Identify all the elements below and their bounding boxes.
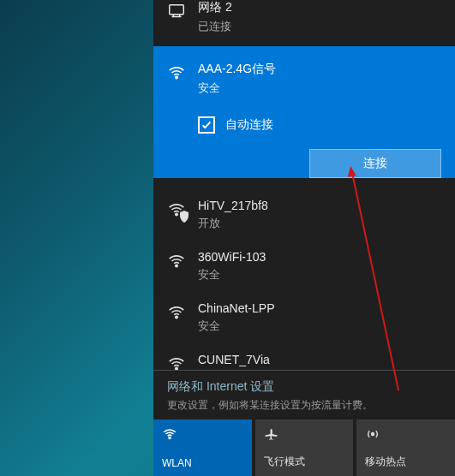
network-settings-link[interactable]: 网络和 Internet 设置 bbox=[167, 379, 441, 395]
tile-airplane[interactable]: 飞行模式 bbox=[255, 419, 354, 476]
wifi-shield-icon bbox=[167, 200, 186, 219]
ethernet-text: 网络 2 已连接 bbox=[198, 0, 232, 34]
wifi-item[interactable]: 360WiFi-103 安全 bbox=[153, 241, 455, 293]
wifi-item[interactable]: HiTV_217bf8 开放 bbox=[153, 190, 455, 241]
wifi-icon bbox=[167, 354, 186, 370]
tile-label: 飞行模式 bbox=[264, 455, 345, 469]
svg-rect-0 bbox=[170, 5, 184, 15]
wifi-security: 开放 bbox=[198, 216, 268, 231]
svg-point-4 bbox=[176, 316, 177, 318]
quick-tiles: WLAN 飞行模式 移动热点 bbox=[153, 419, 455, 476]
wifi-icon bbox=[167, 303, 186, 322]
selected-wifi-name: AAA-2.4G信号 bbox=[198, 62, 276, 77]
wifi-name: 360WiFi-103 bbox=[198, 250, 266, 264]
tile-wlan[interactable]: WLAN bbox=[153, 419, 252, 476]
ethernet-status: 已连接 bbox=[198, 19, 232, 34]
hotspot-icon bbox=[365, 426, 380, 442]
tile-label: WLAN bbox=[162, 457, 243, 469]
settings-subtitle: 更改设置，例如将某连接设置为按流量计费。 bbox=[167, 398, 441, 413]
connect-button-label: 连接 bbox=[363, 156, 387, 171]
settings-block: 网络和 Internet 设置 更改设置，例如将某连接设置为按流量计费。 bbox=[153, 370, 455, 419]
tile-label: 移动热点 bbox=[365, 455, 446, 469]
airplane-icon bbox=[264, 426, 279, 442]
selected-wifi-text: AAA-2.4G信号 安全 bbox=[198, 62, 276, 96]
svg-point-2 bbox=[176, 213, 177, 215]
wifi-item[interactable]: CUNET_7Via bbox=[153, 344, 455, 370]
svg-point-6 bbox=[169, 437, 171, 438]
svg-point-7 bbox=[372, 433, 374, 436]
wifi-name: ChinaNet-LPP bbox=[198, 301, 275, 315]
tile-hotspot[interactable]: 移动热点 bbox=[356, 419, 455, 476]
selected-wifi-security: 安全 bbox=[198, 80, 276, 96]
checkbox-icon bbox=[198, 116, 215, 134]
wifi-icon bbox=[167, 63, 186, 82]
network-list: 网络 2 已连接 AAA-2.4G信号 安全 bbox=[153, 0, 455, 370]
svg-point-3 bbox=[176, 265, 177, 266]
wifi-security: 安全 bbox=[198, 267, 266, 283]
wifi-security: 安全 bbox=[198, 318, 275, 334]
auto-connect-checkbox[interactable]: 自动连接 bbox=[198, 116, 441, 134]
wifi-name: CUNET_7Via bbox=[198, 353, 270, 366]
wifi-item-selected[interactable]: AAA-2.4G信号 安全 自动连接 连接 bbox=[153, 46, 455, 178]
wifi-name: HiTV_217bf8 bbox=[198, 199, 268, 212]
network-flyout: 网络 2 已连接 AAA-2.4G信号 安全 bbox=[153, 0, 455, 476]
auto-connect-label: 自动连接 bbox=[225, 117, 273, 133]
wifi-icon bbox=[162, 426, 177, 442]
ethernet-name: 网络 2 bbox=[198, 0, 232, 15]
wifi-icon bbox=[167, 252, 186, 271]
ethernet-item[interactable]: 网络 2 已连接 bbox=[153, 0, 455, 46]
spacer bbox=[153, 178, 455, 190]
ethernet-icon bbox=[167, 2, 186, 21]
connect-button[interactable]: 连接 bbox=[309, 149, 441, 178]
svg-point-1 bbox=[176, 76, 177, 78]
wifi-item[interactable]: ChinaNet-LPP 安全 bbox=[153, 293, 455, 344]
